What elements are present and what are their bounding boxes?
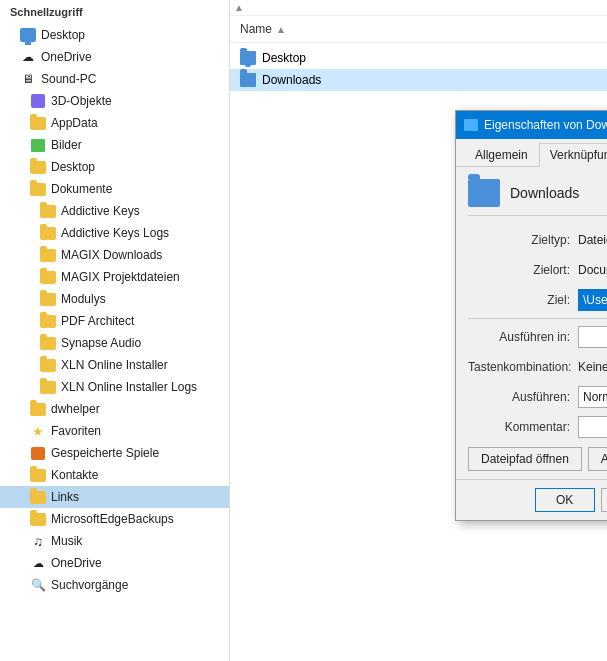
sort-arrow-icon: ▲ xyxy=(276,24,286,35)
quick-access-header: Schnellzugriff xyxy=(0,0,229,24)
field-kommentar: Kommentar: xyxy=(468,415,607,439)
computer-icon: 🖥 xyxy=(20,71,36,87)
zieltyp-value: Dateiordner xyxy=(578,233,607,247)
sidebar-item-magix-dl[interactable]: MAGIX Downloads xyxy=(0,244,229,266)
file-downloads-label: Downloads xyxy=(262,73,321,87)
folder-modulys-icon xyxy=(40,291,56,307)
tab-verknuepfung[interactable]: Verknüpfung xyxy=(539,143,607,167)
ausfuehren-in-input[interactable] xyxy=(578,326,607,348)
anderes-symbol-button[interactable]: Anderes Symbol... xyxy=(588,447,607,471)
dialog-titlebar: Eigenschaften von Downloads ─ □ ✕ xyxy=(456,111,607,139)
ausfuehren-value: Normales Fenster xyxy=(583,390,607,404)
folder-desktop-icon xyxy=(30,159,46,175)
sidebar-item-modulys[interactable]: Modulys xyxy=(0,288,229,310)
desktop-link-icon xyxy=(240,51,256,65)
sidebar-item-edge[interactable]: MicrosoftEdgeBackups xyxy=(0,508,229,530)
folder-dwh-icon xyxy=(30,401,46,417)
zieltyp-label: Zieltyp: xyxy=(468,233,578,247)
ziel-input[interactable] xyxy=(578,289,607,311)
dateipfad-button[interactable]: Dateipfad öffnen xyxy=(468,447,582,471)
sidebar-item-magix-proj[interactable]: MAGIX Projektdateien xyxy=(0,266,229,288)
kommentar-input[interactable] xyxy=(578,416,607,438)
sidebar-item-soundpc[interactable]: 🖥 Sound-PC xyxy=(0,68,229,90)
kommentar-label: Kommentar: xyxy=(468,420,578,434)
desktop-icon xyxy=(20,27,36,43)
music-icon: ♫ xyxy=(30,533,46,549)
folder-3d-icon xyxy=(30,93,46,109)
folder-magixp-icon xyxy=(40,269,56,285)
dialog-title: Eigenschaften von Downloads xyxy=(484,118,607,132)
image-icon xyxy=(30,137,46,153)
dialog-footer: OK Abbrechen Übernehmen xyxy=(456,479,607,520)
file-desktop-label: Desktop xyxy=(262,51,306,65)
folder-ak-icon xyxy=(40,203,56,219)
field-ausfuehren: Ausführen: Normales Fenster ▼ xyxy=(468,385,607,409)
action-buttons: Dateipfad öffnen Anderes Symbol... Erwei… xyxy=(468,447,607,471)
folder-kontakte-icon xyxy=(30,467,46,483)
file-list-panel: ▲ Name ▲ Desktop Downloads Eigenschaften… xyxy=(230,0,607,661)
field-zielort: Zielort: Documents xyxy=(468,258,607,282)
zielort-label: Zielort: xyxy=(468,263,578,277)
star-icon: ★ xyxy=(30,423,46,439)
sidebar-item-kontakte[interactable]: Kontakte xyxy=(0,464,229,486)
dl-header: Downloads xyxy=(468,179,607,216)
dialog-body: Downloads Zieltyp: Dateiordner Zielort: … xyxy=(456,167,607,479)
ok-button[interactable]: OK xyxy=(535,488,595,512)
sidebar-item-xln-logs[interactable]: XLN Online Installer Logs xyxy=(0,376,229,398)
tab-allgemein[interactable]: Allgemein xyxy=(464,143,539,167)
search-icon: 🔍 xyxy=(30,577,46,593)
file-list-header: Name ▲ xyxy=(230,16,607,43)
ausfuehren-label: Ausführen: xyxy=(468,390,578,404)
field-zieltyp: Zieltyp: Dateiordner xyxy=(468,228,607,252)
folder-icon xyxy=(30,115,46,131)
field-ziel: Ziel: xyxy=(468,288,607,312)
dialog-tabs: Allgemein Verknüpfung Sicherheit Details… xyxy=(456,139,607,167)
downloads-link-icon xyxy=(240,73,256,87)
onedrive2-icon: ☁ xyxy=(30,555,46,571)
sidebar-item-addictive-keys[interactable]: Addictive Keys xyxy=(0,200,229,222)
sidebar-item-desktop2[interactable]: Desktop xyxy=(0,156,229,178)
file-row-desktop[interactable]: Desktop xyxy=(230,47,607,69)
scroll-up-arrow[interactable]: ▲ xyxy=(234,2,244,13)
downloads-name: Downloads xyxy=(510,185,579,201)
sidebar-item-musik[interactable]: ♫ Musik xyxy=(0,530,229,552)
sidebar-item-dokumente[interactable]: Dokumente xyxy=(0,178,229,200)
folder-magixdl-icon xyxy=(40,247,56,263)
folder-dokumente-icon xyxy=(30,181,46,197)
sidebar-item-onedrive2[interactable]: ☁ OneDrive xyxy=(0,552,229,574)
abbrechen-button[interactable]: Abbrechen xyxy=(601,488,607,512)
file-explorer-sidebar: Schnellzugriff Desktop ☁ OneDrive 🖥 Soun… xyxy=(0,0,230,661)
folder-xlnl-icon xyxy=(40,379,56,395)
folder-akl-icon xyxy=(40,225,56,241)
sidebar-item-addictive-keys-logs[interactable]: Addictive Keys Logs xyxy=(0,222,229,244)
sidebar-item-dwhelper[interactable]: dwhelper xyxy=(0,398,229,420)
name-column-header: Name xyxy=(240,22,272,36)
sidebar-item-appdata[interactable]: AppData xyxy=(0,112,229,134)
ausfuehren-select[interactable]: Normales Fenster ▼ xyxy=(578,386,607,408)
field-tastenkombination: Tastenkombination: Keine xyxy=(468,355,607,379)
sidebar-item-pdf[interactable]: PDF Architect xyxy=(0,310,229,332)
properties-dialog: Eigenschaften von Downloads ─ □ ✕ Allgem… xyxy=(455,110,607,521)
sidebar-item-synapse[interactable]: Synapse Audio xyxy=(0,332,229,354)
field-ausfuehren-in: Ausführen in: xyxy=(468,325,607,349)
sidebar-item-suche[interactable]: 🔍 Suchvorgänge xyxy=(0,574,229,596)
sidebar-item-bilder[interactable]: Bilder xyxy=(0,134,229,156)
sidebar-item-spiele[interactable]: Gespeicherte Spiele xyxy=(0,442,229,464)
downloads-folder-icon-large xyxy=(468,179,500,207)
file-row-downloads[interactable]: Downloads xyxy=(230,69,607,91)
onedrive-icon: ☁ xyxy=(20,49,36,65)
tastenkombination-value: Keine xyxy=(578,360,607,374)
game-icon xyxy=(30,445,46,461)
sidebar-item-links[interactable]: Links xyxy=(0,486,229,508)
sidebar-item-3d[interactable]: 3D-Objekte xyxy=(0,90,229,112)
folder-edge-icon xyxy=(30,511,46,527)
sidebar-item-xln[interactable]: XLN Online Installer xyxy=(0,354,229,376)
sidebar-item-desktop[interactable]: Desktop xyxy=(0,24,229,46)
ziel-label: Ziel: xyxy=(468,293,578,307)
sidebar-item-favoriten[interactable]: ★ Favoriten xyxy=(0,420,229,442)
zielort-value: Documents xyxy=(578,263,607,277)
folder-links-icon xyxy=(30,489,46,505)
sidebar-item-onedrive[interactable]: ☁ OneDrive xyxy=(0,46,229,68)
folder-pdf-icon xyxy=(40,313,56,329)
dialog-title-icon xyxy=(464,119,478,131)
